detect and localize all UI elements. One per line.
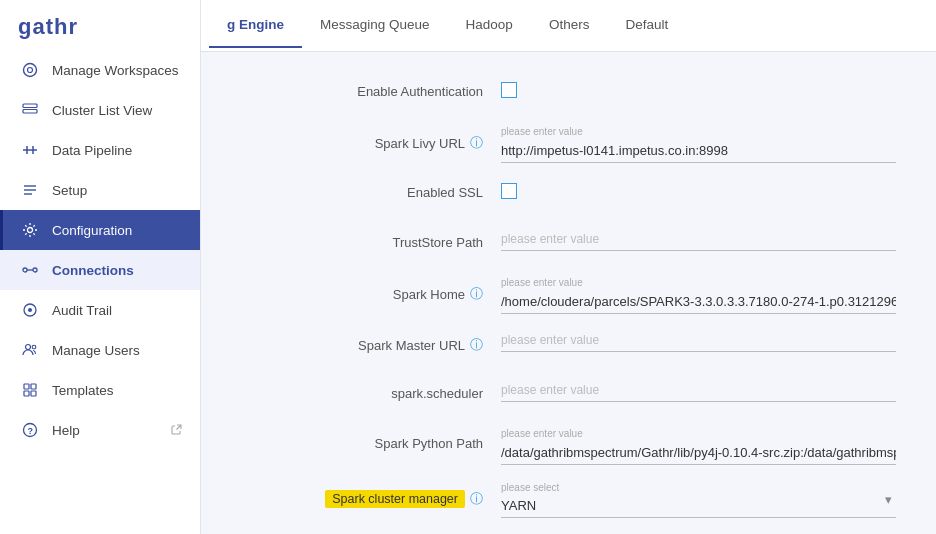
external-link-icon [171,424,182,437]
sidebar-item-connections[interactable]: Connections [0,250,200,290]
sidebar-item-setup[interactable]: Setup [0,170,200,210]
enabled-ssl-row: Enabled SSL [321,177,896,213]
enabled-ssl-label: Enabled SSL [321,177,501,200]
svg-point-17 [32,345,36,349]
tab-processing-engine[interactable]: g Engine [209,3,302,48]
svg-point-12 [33,268,37,272]
spark-home-row: Spark Home ⓘ please enter value [321,277,896,314]
spark-scheduler-input[interactable] [501,378,896,402]
users-icon [21,341,39,359]
svg-point-11 [23,268,27,272]
main-content: g Engine Messaging Queue Hadoop Others D… [201,0,936,534]
spark-home-label: Spark Home ⓘ [321,277,501,303]
spark-master-field [501,328,896,352]
sidebar-item-manage-workspaces[interactable]: Manage Workspaces [0,50,200,90]
logo-text: gathr [18,14,78,40]
svg-rect-21 [31,391,36,396]
spark-master-info-icon[interactable]: ⓘ [470,336,483,354]
workspaces-icon [21,61,39,79]
spark-cluster-label-wrap: Spark cluster manager ⓘ [321,490,501,508]
logo: gathr [0,0,200,50]
enable-auth-label: Enable Authentication [321,76,501,99]
spark-livy-info-icon[interactable]: ⓘ [470,134,483,152]
spark-cluster-row: Spark cluster manager ⓘ please select YA… [321,479,896,518]
form-area: Enable Authentication Spark Livy URL ⓘ p… [201,52,936,534]
sidebar-label-cluster: Cluster List View [52,103,182,118]
spark-python-hint: please enter value [501,428,896,439]
sidebar-label-setup: Setup [52,183,182,198]
spark-livy-input[interactable] [501,139,896,163]
svg-rect-3 [23,110,37,114]
svg-rect-20 [24,391,29,396]
spark-home-input[interactable] [501,290,896,314]
truststore-input[interactable] [501,227,896,251]
enabled-ssl-field [501,177,896,199]
sidebar-item-manage-users[interactable]: Manage Users [0,330,200,370]
sidebar-item-data-pipeline[interactable]: Data Pipeline [0,130,200,170]
spark-python-label: Spark Python Path [321,428,501,451]
tab-messaging-queue[interactable]: Messaging Queue [302,3,448,48]
spark-scheduler-row: spark.scheduler [321,378,896,414]
sidebar-label-help: Help [52,423,158,438]
sidebar-item-cluster-list-view[interactable]: Cluster List View [0,90,200,130]
config-icon [21,221,39,239]
spark-livy-hint: please enter value [501,126,896,137]
sidebar-item-help[interactable]: ? Help [0,410,200,450]
spark-scheduler-label: spark.scheduler [321,378,501,401]
truststore-field [501,227,896,251]
truststore-label: TrustStore Path [321,227,501,250]
spark-cluster-hint: please select [501,482,559,493]
spark-master-input[interactable] [501,328,896,352]
svg-point-10 [28,228,33,233]
svg-point-1 [28,68,33,73]
spark-python-field: please enter value [501,428,896,465]
spark-home-hint: please enter value [501,277,896,288]
spark-livy-field: please enter value [501,126,896,163]
spark-cluster-select-outer: please select YARN LOCAL MESOS KUBERNETE… [501,479,896,518]
sidebar-label-pipeline: Data Pipeline [52,143,182,158]
sidebar-label-manage-workspaces: Manage Workspaces [52,63,182,78]
tab-default[interactable]: Default [607,3,686,48]
spark-livy-row: Spark Livy URL ⓘ please enter value [321,126,896,163]
sidebar-navigation: Manage Workspaces Cluster List View Data… [0,50,200,534]
svg-point-16 [26,345,31,350]
help-icon: ? [21,421,39,439]
spark-python-input[interactable] [501,441,896,465]
sidebar-item-configuration[interactable]: Configuration [0,210,200,250]
svg-rect-2 [23,104,37,108]
cluster-icon [21,101,39,119]
audit-icon [21,301,39,319]
svg-text:?: ? [28,426,34,436]
sidebar-label-audit: Audit Trail [52,303,182,318]
tab-hadoop[interactable]: Hadoop [448,3,531,48]
spark-master-label: Spark Master URL ⓘ [321,328,501,354]
tab-others[interactable]: Others [531,3,608,48]
templates-icon [21,381,39,399]
sidebar-label-templates: Templates [52,383,182,398]
sidebar: gathr Manage Workspaces Cluster List Vie… [0,0,201,534]
enabled-ssl-checkbox[interactable] [501,183,517,199]
enable-auth-field [501,76,896,98]
tabs-bar: g Engine Messaging Queue Hadoop Others D… [201,0,936,52]
setup-icon [21,181,39,199]
spark-home-field: please enter value [501,277,896,314]
spark-home-info-icon[interactable]: ⓘ [470,285,483,303]
svg-rect-19 [31,384,36,389]
sidebar-label-manage-users: Manage Users [52,343,182,358]
sidebar-item-audit-trail[interactable]: Audit Trail [0,290,200,330]
connections-icon [21,261,39,279]
spark-master-row: Spark Master URL ⓘ [321,328,896,364]
spark-python-row: Spark Python Path please enter value [321,428,896,465]
sidebar-item-templates[interactable]: Templates [0,370,200,410]
sidebar-label-configuration: Configuration [52,223,182,238]
enable-auth-checkbox[interactable] [501,82,517,98]
spark-cluster-select[interactable]: YARN LOCAL MESOS KUBERNETES [501,494,896,518]
spark-cluster-label: Spark cluster manager [325,490,465,508]
svg-point-0 [24,64,37,77]
spark-livy-label: Spark Livy URL ⓘ [321,126,501,152]
svg-point-15 [28,308,32,312]
pipeline-icon [21,141,39,159]
spark-scheduler-field [501,378,896,402]
spark-cluster-info-icon[interactable]: ⓘ [470,490,483,508]
truststore-row: TrustStore Path [321,227,896,263]
